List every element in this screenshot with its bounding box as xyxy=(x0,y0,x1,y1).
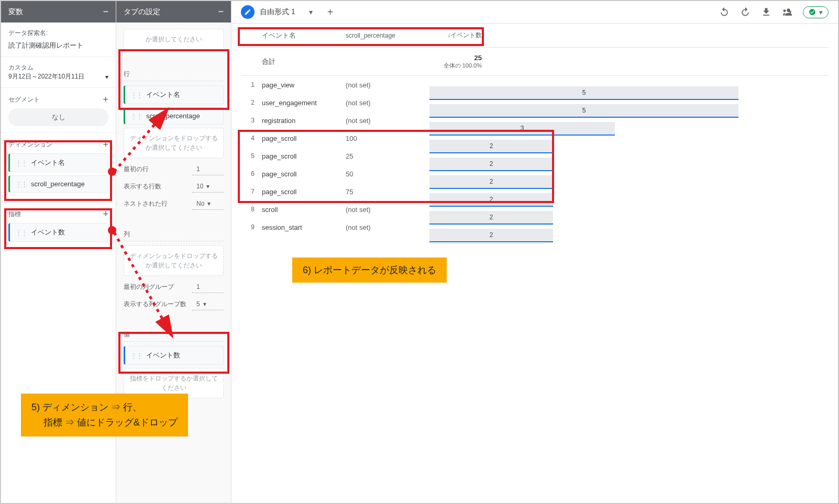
collapse-icon[interactable]: − xyxy=(103,6,108,17)
annotation-dot xyxy=(108,167,116,176)
explore-name-value[interactable]: 読了計測確認用レポート xyxy=(8,41,108,50)
table-total-row: 合計 25全体の 100.0% xyxy=(241,48,829,76)
row-scroll-pct: 50 xyxy=(346,170,429,178)
row-event-name: page_scroll xyxy=(262,188,346,196)
total-value: 25 xyxy=(429,54,482,62)
table-row[interactable]: 1page_view(not set)5 xyxy=(241,76,829,94)
undo-button[interactable] xyxy=(719,7,730,17)
add-metric-button[interactable]: + xyxy=(103,209,108,220)
show-col-groups-dropdown[interactable]: 5▾ xyxy=(192,298,224,310)
chip-label: scroll_percentage xyxy=(146,112,200,120)
values-section-title: 値 xyxy=(124,330,224,342)
row-index: 6 xyxy=(241,170,262,177)
cols-section-title: 列 xyxy=(124,230,224,241)
date-range-picker[interactable]: 9月12日～2022年10月11日 ▾ xyxy=(8,72,108,81)
chevron-down-icon: ▾ xyxy=(206,183,209,190)
first-col-group-value[interactable]: 1 xyxy=(192,281,224,293)
row-bar: 2 xyxy=(429,158,553,171)
dropzone-viz[interactable]: か選択してください xyxy=(124,29,224,50)
row-bar: 3 xyxy=(429,122,615,136)
row-chip[interactable]: ⋮⋮イベント名 xyxy=(124,85,224,104)
table-header: イベント名 scroll_percentage ↓イベント数 xyxy=(241,24,829,48)
row-event-name: page_scroll xyxy=(262,135,346,142)
nested-rows-label: ネストされた行 xyxy=(124,199,168,208)
row-index: 5 xyxy=(241,152,262,160)
col-scroll-pct[interactable]: scroll_percentage xyxy=(346,32,429,39)
panel-header-variables[interactable]: 変数 − xyxy=(1,1,116,23)
row-index: 9 xyxy=(241,223,262,231)
row-bar: 5 xyxy=(429,86,738,100)
share-button[interactable] xyxy=(782,7,792,17)
collapse-icon[interactable]: − xyxy=(218,6,224,17)
row-scroll-pct: (not set) xyxy=(346,223,429,231)
value-chip[interactable]: ⋮⋮イベント数 xyxy=(124,346,224,365)
panel-title: タブの設定 xyxy=(124,7,160,17)
chip-label: イベント名 xyxy=(146,90,180,99)
tab-freeform[interactable]: 自由形式 1 ▾ xyxy=(260,7,313,17)
chevron-down-icon: ▾ xyxy=(105,73,108,81)
first-col-group-label: 最初の列グループ xyxy=(124,283,174,292)
row-index: 3 xyxy=(241,117,262,124)
dimensions-label: ディメンション xyxy=(8,140,52,149)
row-bar: 2 xyxy=(429,140,553,153)
row-scroll-pct: (not set) xyxy=(346,81,429,89)
nested-rows-dropdown[interactable]: No▾ xyxy=(192,198,224,210)
row-bar: 2 xyxy=(429,229,553,242)
rows-section-title: 行 xyxy=(124,70,224,81)
add-segment-button[interactable]: + xyxy=(103,94,108,105)
row-event-name: user_engagement xyxy=(262,99,346,107)
row-event-name: session_start xyxy=(262,223,346,231)
status-ready[interactable]: ▾ xyxy=(803,6,829,18)
show-rows-dropdown[interactable]: 10▾ xyxy=(192,181,224,193)
edit-tab-button[interactable] xyxy=(241,5,255,19)
download-icon xyxy=(761,7,771,17)
row-event-name: page_scroll xyxy=(262,152,346,160)
row-bar: 2 xyxy=(429,175,553,189)
drag-handle-icon: ⋮⋮ xyxy=(130,352,142,360)
chip-label: イベント数 xyxy=(31,228,65,237)
chip-label: scroll_percentage xyxy=(31,180,85,188)
col-event-name[interactable]: イベント名 xyxy=(262,31,346,40)
row-scroll-pct: 25 xyxy=(346,152,429,160)
drag-handle-icon: ⋮⋮ xyxy=(15,180,27,188)
col-event-count[interactable]: ↓イベント数 xyxy=(429,31,482,40)
row-index: 7 xyxy=(241,188,262,195)
row-scroll-pct: 100 xyxy=(346,135,429,142)
annotation-callout-6: 6) レポートデータが反映される xyxy=(292,257,447,283)
row-scroll-pct: (not set) xyxy=(346,206,429,214)
row-event-name: scroll xyxy=(262,206,346,214)
panel-title: 変数 xyxy=(8,7,23,17)
panel-header-tab-settings[interactable]: タブの設定 − xyxy=(116,1,231,23)
metric-chip[interactable]: ⋮⋮イベント数 xyxy=(8,223,108,242)
annotation-dot xyxy=(108,226,116,234)
row-event-name: page_scroll xyxy=(262,170,346,178)
date-preset: カスタム xyxy=(8,63,108,72)
row-chip[interactable]: ⋮⋮scroll_percentage xyxy=(124,107,224,125)
check-circle-icon xyxy=(809,8,816,16)
annotation-callout-5: 5) ディメンション ⇒ 行、 指標 ⇒ 値にドラッグ&ドロップ xyxy=(21,394,188,436)
show-rows-label: 表示する行数 xyxy=(124,182,161,191)
dropzone-rows[interactable]: ディメンションをドロップするか選択してください xyxy=(124,128,224,158)
row-index: 8 xyxy=(241,206,262,213)
download-button[interactable] xyxy=(761,7,771,17)
chevron-down-icon: ▾ xyxy=(819,8,823,16)
row-event-name: page_view xyxy=(262,81,346,89)
add-dimension-button[interactable]: + xyxy=(103,139,108,150)
explore-name-label: データ探索名: xyxy=(8,29,108,38)
segment-none-chip[interactable]: なし xyxy=(8,108,108,126)
first-row-value[interactable]: 1 xyxy=(192,163,224,175)
dimension-chip[interactable]: ⋮⋮scroll_percentage xyxy=(8,175,108,193)
add-tab-button[interactable]: + xyxy=(327,6,334,18)
redo-button[interactable] xyxy=(740,7,750,17)
dimension-chip[interactable]: ⋮⋮イベント名 xyxy=(8,153,108,172)
row-index: 2 xyxy=(241,99,262,106)
chevron-down-icon: ▾ xyxy=(309,8,313,16)
first-row-label: 最初の行 xyxy=(124,165,149,174)
row-event-name: registration xyxy=(262,117,346,125)
dropzone-cols[interactable]: ディメンションをドロップするか選択してください xyxy=(124,245,224,276)
drag-handle-icon: ⋮⋮ xyxy=(130,91,142,99)
row-index: 1 xyxy=(241,81,262,88)
drag-handle-icon: ⋮⋮ xyxy=(15,229,27,237)
chevron-down-icon: ▾ xyxy=(207,200,211,207)
segments-label: セグメント xyxy=(8,95,40,104)
